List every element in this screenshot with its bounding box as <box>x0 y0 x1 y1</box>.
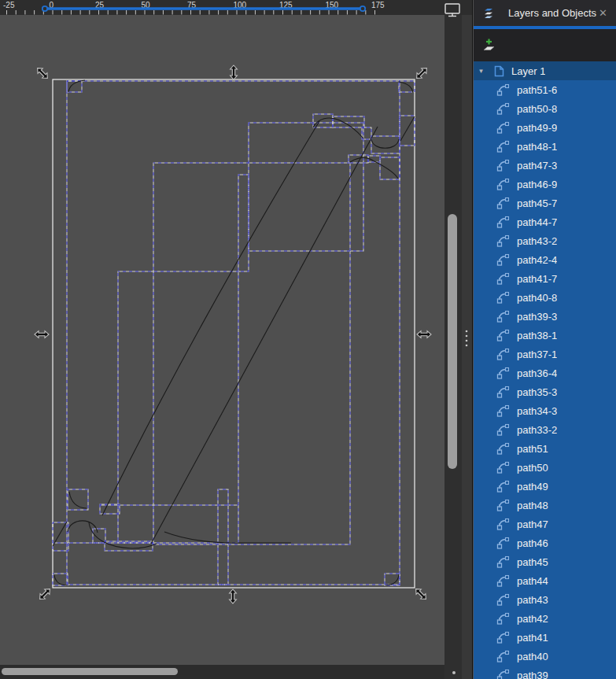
path-row[interactable]: path46 <box>474 533 616 552</box>
path-row[interactable]: path41-7 <box>474 269 616 288</box>
path-row[interactable]: path40 <box>474 647 616 666</box>
path-row[interactable]: path34-3 <box>474 401 616 420</box>
scrollbar-corner-dot <box>452 671 456 674</box>
path-row[interactable]: path44 <box>474 571 616 590</box>
path-icon <box>496 272 510 285</box>
path-row[interactable]: path40-8 <box>474 288 616 307</box>
path-name: path49 <box>517 481 548 493</box>
path-row[interactable]: path48-1 <box>474 137 616 156</box>
path-row[interactable]: path45-7 <box>474 194 616 212</box>
path-name: path35-3 <box>517 386 557 398</box>
path-row[interactable]: path51-6 <box>474 80 616 99</box>
path-icon <box>496 612 510 625</box>
add-layer-icon[interactable] <box>481 38 496 53</box>
path-icon <box>496 669 510 679</box>
path-row[interactable]: path51 <box>474 439 616 458</box>
path-row[interactable]: path45 <box>474 552 616 571</box>
path-row[interactable]: path36-4 <box>474 363 616 382</box>
path-name: path51 <box>517 443 548 455</box>
path-icon <box>496 631 510 644</box>
path-name: path41-7 <box>517 273 557 285</box>
path-rows: path51-6 path50-8 path49-9 path48-1 <box>474 80 616 679</box>
path-name: path42 <box>517 613 548 625</box>
layers-panel-header[interactable]: Layers and Objects ✕ <box>474 0 616 26</box>
path-row[interactable]: path43-2 <box>474 231 616 250</box>
path-row[interactable]: path33-2 <box>474 420 616 439</box>
path-name: path47 <box>517 518 548 530</box>
path-name: path38-1 <box>517 330 557 341</box>
panel-edge-strip <box>462 15 472 679</box>
path-name: path42-4 <box>517 254 557 266</box>
layers-panel: Layers and Objects ✕ ▼ Layer 1 <box>474 0 616 679</box>
expander-icon[interactable]: ▼ <box>476 68 486 75</box>
layers-tree: ▼ Layer 1 path51-6 path50-8 <box>474 61 616 679</box>
horizontal-scrollbar-thumb[interactable] <box>2 668 178 675</box>
path-row[interactable]: path43 <box>474 590 616 609</box>
path-icon <box>496 253 510 266</box>
path-name: path41 <box>517 632 548 644</box>
path-icon <box>496 537 510 549</box>
path-icon <box>496 555 510 568</box>
path-name: path47-3 <box>517 160 557 172</box>
layer-name: Layer 1 <box>511 65 545 77</box>
path-icon <box>496 593 510 606</box>
path-name: path44-7 <box>517 216 557 228</box>
path-name: path45 <box>517 556 548 568</box>
path-row[interactable]: path39-3 <box>474 307 616 326</box>
path-icon <box>496 310 510 323</box>
path-row[interactable]: path38-1 <box>474 326 616 345</box>
path-row[interactable]: path47 <box>474 515 616 533</box>
path-row[interactable]: path49-9 <box>474 118 616 137</box>
path-row[interactable]: path48 <box>474 496 616 515</box>
path-icon <box>496 234 510 247</box>
path-icon <box>496 348 510 360</box>
path-row[interactable]: path46-9 <box>474 175 616 194</box>
path-row[interactable]: path42-4 <box>474 250 616 269</box>
path-name: path48-1 <box>517 141 557 153</box>
panel-title: Layers and Objects <box>508 7 596 19</box>
path-row[interactable]: path35-3 <box>474 382 616 401</box>
path-icon <box>496 178 510 190</box>
path-icon <box>496 102 510 115</box>
path-icon <box>496 197 510 209</box>
path-icon <box>496 329 510 341</box>
ruler-label: -25 <box>3 1 15 9</box>
path-name: path37-1 <box>517 349 557 360</box>
path-row[interactable]: path50-8 <box>474 99 616 118</box>
path-name: path48 <box>517 500 548 511</box>
path-icon <box>496 650 510 662</box>
path-name: path46-9 <box>517 179 557 190</box>
path-name: path43 <box>517 594 548 606</box>
path-name: path40 <box>517 651 548 662</box>
path-icon <box>496 480 510 493</box>
path-icon <box>496 386 510 398</box>
dock-separator[interactable] <box>472 0 473 679</box>
path-row[interactable]: path37-1 <box>474 345 616 363</box>
layers-toolbar <box>474 29 616 61</box>
path-icon <box>496 574 510 587</box>
path-name: path44 <box>517 575 548 587</box>
path-row[interactable]: path41 <box>474 628 616 647</box>
path-row[interactable]: path39 <box>474 666 616 679</box>
vertical-scrollbar-thumb[interactable] <box>448 214 457 469</box>
path-row[interactable]: path47-3 <box>474 156 616 175</box>
path-icon <box>496 159 510 172</box>
horizontal-ruler[interactable]: -250255075100125150175 <box>0 0 473 15</box>
path-row[interactable]: path42 <box>474 609 616 628</box>
canvas-area: -250255075100125150175 <box>0 0 473 679</box>
path-name: path51-6 <box>517 84 557 96</box>
path-name: path40-8 <box>517 292 557 304</box>
path-icon <box>496 461 510 474</box>
ruler-label: 175 <box>371 1 385 9</box>
path-icon <box>496 291 510 304</box>
path-name: path39 <box>517 670 548 679</box>
close-icon[interactable]: ✕ <box>596 6 610 20</box>
path-row[interactable]: path49 <box>474 477 616 496</box>
path-icon <box>496 83 510 96</box>
path-icon <box>496 367 510 379</box>
path-icon <box>496 423 510 436</box>
layer-row[interactable]: ▼ Layer 1 <box>474 61 616 80</box>
path-icon <box>496 442 510 455</box>
path-row[interactable]: path44-7 <box>474 212 616 231</box>
path-row[interactable]: path50 <box>474 458 616 477</box>
